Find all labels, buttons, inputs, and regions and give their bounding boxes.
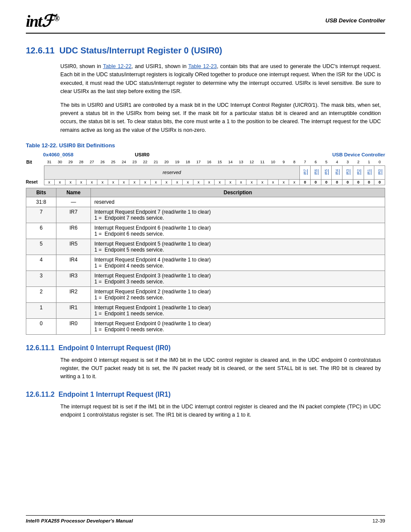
table-title: Table 12-22. USIR0 Bit Definitions [26,142,385,149]
table-row: 7 IR7 Interrupt Request Endpoint 7 (read… [26,207,385,223]
table-link-1[interactable]: Table 12-22 [103,63,131,69]
reserved-cell: reserved [44,165,300,179]
header-title: USB Device Controller [325,13,385,24]
col-name: Name [56,188,91,197]
description-table: Bits Name Description 31:8 — reserved 7 … [26,188,385,335]
sub1-content: The endpoint 0 interrupt request is set … [60,356,381,381]
sub2-para: The interrupt request bit is set if the … [60,403,381,420]
subsection-title-2: 12.6.11.2 Endpoint 1 Interrupt Request (… [26,391,385,398]
page-footer: Intel® PXA255 Processor Developer's Manu… [26,515,385,523]
table-row: 2 IR2 Interrupt Request Endpoint 2 (read… [26,286,385,302]
bit-ir5: IR5 [324,166,328,178]
reg-address: 0x4060_0058 [43,152,99,157]
reg-name: USIR0 [99,152,185,157]
col-desc: Description [91,188,385,197]
table-row: 5 IR5 Interrupt Request Endpoint 5 (read… [26,239,385,255]
page: intℱ® USB Device Controller 12.6.11 UDC … [0,0,411,532]
reg-desc: USB Device Controller [185,152,385,157]
bit-ir2: IR2 [356,166,361,178]
content-block: USIR0, shown in Table 12-22, and USIR1, … [60,62,381,134]
bit-ir0: IR0 [377,166,382,178]
table-row: 1 IR1 Interrupt Request Endpoint 1 (read… [26,302,385,318]
footer-left: Intel® PXA255 Processor Developer's Manu… [26,518,133,523]
table-row: 3 IR3 Interrupt Request Endpoint 3 (read… [26,271,385,286]
bit-ir6: IR6 [314,166,318,178]
page-header: intℱ® USB Device Controller [26,13,385,34]
footer-right: 12-39 [373,518,385,523]
section-title: 12.6.11 UDC Status/Interrupt Register 0 … [26,46,385,56]
intel-logo: intℱ® [26,13,59,29]
register-diagram: Bit 31 30 29 28 27 26 25 24 23 22 21 20 … [26,159,385,335]
table-row: 0 IR0 Interrupt Request Endpoint 0 (read… [26,318,385,334]
bit-ir3: IR3 [346,166,350,178]
reset-row: Reset x x x x x x x x x x x x x x x x [26,179,385,185]
table-row: 31:8 — reserved [26,197,385,207]
paragraph-1: USIR0, shown in Table 12-22, and USIR1, … [60,62,381,96]
bit-ir7: IR7 [303,166,307,178]
bit-ir4: IR4 [335,166,339,178]
desc-table-header: Bits Name Description [26,188,385,197]
table-row: 4 IR4 Interrupt Request Endpoint 4 (read… [26,255,385,271]
register-info-row: 0x4060_0058 USIR0 USB Device Controller [26,152,385,157]
bit-header-row: Bit 31 30 29 28 27 26 25 24 23 22 21 20 … [26,159,385,165]
table-link-2[interactable]: Table 12-23 [188,63,217,69]
paragraph-2: The bits in USIR0 and USIR1 are controll… [60,101,381,135]
col-bits: Bits [26,188,56,197]
sub1-para: The endpoint 0 interrupt request is set … [60,356,381,381]
sub2-content: The interrupt request bit is set if the … [60,403,381,420]
table-row: 6 IR6 Interrupt Request Endpoint 6 (read… [26,223,385,239]
subsection-title-1: 12.6.11.1 Endpoint 0 Interrupt Request (… [26,344,385,352]
bit-labels-row: reserved IR7 IR6 IR5 IR4 IR3 [26,165,385,179]
bit-ir1: IR1 [367,166,371,178]
